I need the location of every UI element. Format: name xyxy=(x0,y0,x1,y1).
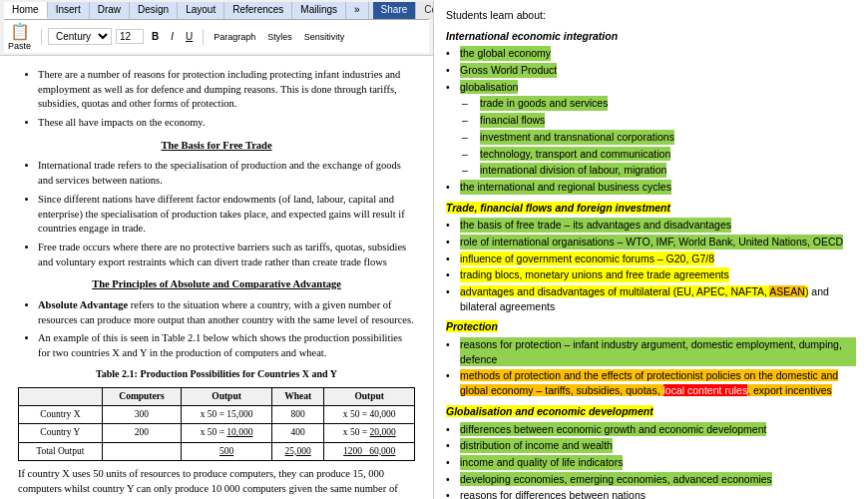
sub-bullet-text: investment and transnational corporation… xyxy=(480,130,674,145)
bullet-business-cycles: • the international and regional busines… xyxy=(446,180,856,195)
tab-layout[interactable]: Layout xyxy=(178,2,224,19)
font-name-select[interactable]: Century xyxy=(48,28,112,45)
sub-bullet-investment: – investment and transnational corporati… xyxy=(462,130,856,145)
bullet-govt-forums: • influence of government economic forum… xyxy=(446,251,856,266)
bullet-text: income and quality of life indicators xyxy=(460,455,623,470)
table-cell: 25,000 xyxy=(271,442,324,460)
bullet-dot: • xyxy=(446,337,454,366)
tab-home[interactable]: Home xyxy=(4,2,48,19)
ribbon-controls: 📋 Paste Century B I U Paragraph Styles S… xyxy=(4,20,429,53)
bullet-methods-protection: • methods of protection and the effects … xyxy=(446,368,856,397)
italic-button[interactable]: I xyxy=(167,29,178,44)
list-item: Absolute Advantage refers to the situati… xyxy=(38,298,415,327)
font-size-input[interactable] xyxy=(116,29,144,44)
bullet-text: influence of government economic forums … xyxy=(460,251,714,266)
ribbon-tabs: Home Insert Draw Design Layout Reference… xyxy=(4,2,429,20)
section-protection: Protection • reasons for protection – in… xyxy=(446,319,856,397)
section-header-protection: Protection xyxy=(446,319,856,334)
right-panel: Students learn about: International econ… xyxy=(434,0,868,499)
bullet-text: role of international organisations – WT… xyxy=(460,235,843,250)
paste-label[interactable]: Paste xyxy=(8,41,31,51)
table-title: Table 2.1: Production Possibilities for … xyxy=(18,367,415,381)
bullet-gross-world-product: • Gross World Product xyxy=(446,63,856,78)
bullet-text: the international and regional business … xyxy=(460,180,671,195)
bullet-text: reasons for differences between nations xyxy=(460,488,646,499)
bullet-dot: • xyxy=(446,368,454,397)
bullet-dot: • xyxy=(446,80,454,95)
sub-dash: – xyxy=(462,96,474,111)
bullet-dot: • xyxy=(446,218,454,233)
bullet-text: differences between economic growth and … xyxy=(460,422,766,437)
section-globalisation: Globalisation and economic development •… xyxy=(446,404,856,499)
tab-design[interactable]: Design xyxy=(130,2,178,19)
bullet-dot: • xyxy=(446,472,454,487)
styles-button[interactable]: Styles xyxy=(263,30,296,44)
underline-button[interactable]: U xyxy=(182,29,197,44)
table-header-wheat: Wheat xyxy=(271,387,324,405)
list-item: International trade refers to the specia… xyxy=(38,159,415,188)
sub-dash: – xyxy=(462,130,474,145)
table-row: Total Output 500 25,000 1200 60,000 xyxy=(19,442,415,460)
tab-insert[interactable]: Insert xyxy=(48,2,90,19)
table-cell: x 50 = 10,000 xyxy=(182,424,272,442)
bullet-text: developing economies, emerging economies… xyxy=(460,472,772,487)
toolbar: Home Insert Draw Design Layout Reference… xyxy=(0,0,433,56)
bullet-text: advantages and disadvantages of multilat… xyxy=(460,284,856,313)
table-cell: Country Y xyxy=(19,424,103,442)
table-cell: 200 xyxy=(102,424,182,442)
bullet-dot: • xyxy=(446,267,454,282)
bullet-trading-blocs: • trading blocs, monetary unions and fre… xyxy=(446,267,856,282)
bullet-text: the basis of free trade – its advantages… xyxy=(460,218,731,233)
table-cell: 1200 60,000 xyxy=(324,442,415,460)
bullet-dot: • xyxy=(446,235,454,250)
bullet-reasons-differences: • reasons for differences between nation… xyxy=(446,488,856,499)
table-cell: Country X xyxy=(19,405,103,423)
tab-draw[interactable]: Draw xyxy=(90,2,130,19)
absolute-advantage-term: Absolute Advantage xyxy=(38,299,128,310)
sub-bullet-trade-goods: – trade in goods and services xyxy=(462,96,856,111)
bullet-dot: • xyxy=(446,438,454,453)
paste-area: 📋 Paste xyxy=(8,22,31,51)
separator xyxy=(41,29,42,45)
bullet-dot: • xyxy=(446,251,454,266)
document-content: There are a number of reasons for protec… xyxy=(0,56,433,499)
sub-bullet-text: international division of labour, migrat… xyxy=(480,163,666,178)
bullet-dot: • xyxy=(446,180,454,195)
list-item: There are a number of reasons for protec… xyxy=(38,68,415,112)
table-header-output1: Output xyxy=(182,387,272,405)
tab-references[interactable]: References xyxy=(224,2,292,19)
table-cell: x 50 = 15,000 xyxy=(182,405,272,423)
sensitivity-button[interactable]: Sensitivity xyxy=(300,30,349,44)
section-header-trade: Trade, financial flows and foreign inves… xyxy=(446,201,856,216)
tab-more[interactable]: » xyxy=(346,2,369,19)
production-table: Computers Output Wheat Output Country X … xyxy=(18,387,415,461)
bullet-dot: • xyxy=(446,63,454,78)
bullet-dot: • xyxy=(446,488,454,499)
sub-bullet-text: trade in goods and services xyxy=(480,96,608,111)
table-cell: Total Output xyxy=(19,442,103,460)
sub-bullet-technology: – technology, transport and communicatio… xyxy=(462,147,856,162)
list-item: These all have impacts on the economy. xyxy=(38,116,415,131)
final-paragraph: If country X uses 50 units of resources … xyxy=(18,467,415,499)
separator2 xyxy=(203,29,204,45)
heading-free-trade: The Basis for Free Trade xyxy=(18,139,415,154)
table-cell: x 50 = 20,000 xyxy=(324,424,415,442)
bullet-text: trading blocs, monetary unions and free … xyxy=(460,267,729,282)
bullet-income-quality: • income and quality of life indicators xyxy=(446,455,856,470)
sub-bullet-financial-flows: – financial flows xyxy=(462,113,856,128)
sub-bullet-labour: – international division of labour, migr… xyxy=(462,163,856,178)
share-button[interactable]: Share xyxy=(373,2,417,19)
paragraph-button[interactable]: Paragraph xyxy=(210,30,259,44)
bullet-global-economy: • the global economy xyxy=(446,46,856,61)
bullet-text: methods of protection and the effects of… xyxy=(460,368,856,397)
sub-dash: – xyxy=(462,147,474,162)
bold-button[interactable]: B xyxy=(148,29,163,44)
bullet-text: the global economy xyxy=(460,46,551,61)
table-cell: x 50 = 40,000 xyxy=(324,405,415,423)
tab-mailings[interactable]: Mailings xyxy=(292,2,346,19)
bullet-free-trade-basis: • the basis of free trade – its advantag… xyxy=(446,218,856,233)
section-international: International economic integration • the… xyxy=(446,29,856,195)
section-header-globalisation: Globalisation and economic development xyxy=(446,404,856,419)
comments-button[interactable]: Comments xyxy=(416,2,434,19)
table-header-output2: Output xyxy=(324,387,415,405)
